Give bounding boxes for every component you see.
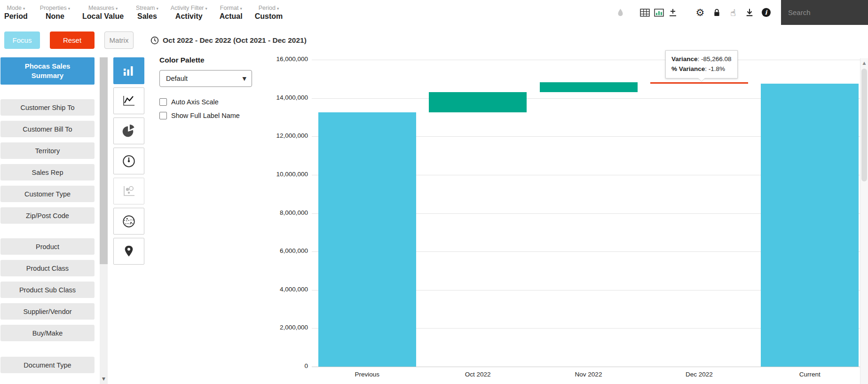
toolbar-menus: Mode▾PeriodProperties▾NoneMeasures▾Local… [4,0,289,25]
caret-down-icon: ▾ [116,6,118,11]
map-pin-icon [122,244,135,259]
y-tick-label: 8,000,000 [237,209,308,216]
sidebar-item-territory[interactable]: Territory [0,142,95,159]
full-label-checkbox[interactable] [159,112,167,119]
sidebar-item-customer-bill-to[interactable]: Customer Bill To [0,121,95,137]
info-icon[interactable]: i [760,7,772,18]
waterfall-bar-nov-2022[interactable] [540,82,638,93]
caret-down-icon: ▾ [240,6,242,11]
x-tick-label: Oct 2022 [431,371,525,378]
globe-icon [122,214,136,228]
sidebar-item-customer-type[interactable]: Customer Type [0,186,95,202]
download-icon[interactable] [744,7,755,18]
pointer-hand-icon[interactable]: ☝ [727,7,739,18]
page-scroll-up-button[interactable]: ▲ [860,58,868,68]
auto-axis-row: Auto Axis Scale [159,98,219,106]
gridline [312,367,868,367]
add-view-icon[interactable] [667,7,679,18]
menu-label: Properties▾ [40,5,70,11]
auto-axis-checkbox[interactable] [159,98,167,106]
color-palette-label: Color Palette [159,56,205,64]
menu-label: Stream▾ [136,5,158,11]
caret-down-icon: ▾ [277,6,279,11]
menu-value: Period [4,12,28,21]
sidebar-item-sales-rep[interactable]: Sales Rep [0,164,95,180]
caret-down-icon: ▾ [205,6,207,11]
search-input[interactable] [781,0,868,25]
lock-icon[interactable] [711,7,722,18]
reset-button[interactable]: Reset [50,31,95,49]
sidebar-item-buy-make[interactable]: Buy/Make [0,325,95,341]
gridline [312,60,868,60]
bar-chart-type-button[interactable] [113,57,144,84]
sidebar-item-product-class[interactable]: Product Class [0,260,95,276]
bubble-chart-icon [121,185,136,197]
caret-down-icon: ▾ [156,6,158,11]
y-tick-label: 10,000,000 [237,171,308,178]
bubble-chart-type-button[interactable] [113,178,144,204]
color-palette-select[interactable]: Default ▼ [159,70,252,87]
x-tick-label: Dec 2022 [652,371,746,378]
sidebar-item-product-sub-class[interactable]: Product Sub Class [0,282,95,298]
menu-value: None [46,12,64,21]
focus-button[interactable]: Focus [4,31,40,49]
matrix-button[interactable]: Matrix [104,31,134,49]
page-scrollbar-thumb[interactable] [861,69,867,181]
tooltip-pct-variance-line: % Variance: -1.8% [671,64,732,74]
menu-value: Activity [175,12,203,21]
toolbar-menu-properties[interactable]: Properties▾None [34,0,76,25]
sidebar-scrollbar[interactable]: ▼ [100,57,108,384]
sidebar-item-product[interactable]: Product [0,238,95,255]
menu-label: Mode▾ [7,5,25,11]
clock-icon [150,36,159,45]
line-chart-type-button[interactable] [113,87,144,114]
globe-chart-type-button[interactable] [113,208,144,235]
waterfall-bar-dec-2022[interactable] [650,82,748,84]
grid-view-icon[interactable] [639,7,650,18]
sidebar-title-line2: Summary [32,71,63,80]
toolbar-menu-mode[interactable]: Mode▾Period [4,0,34,25]
bar-chart-icon [121,64,136,77]
gear-icon[interactable]: ⚙ [694,7,706,18]
waterfall-bar-oct-2022[interactable] [429,92,527,112]
y-tick-label: 6,000,000 [237,247,308,254]
sidebar-item-supplier-vendor[interactable]: Supplier/Vendor [0,303,95,320]
color-palette-value: Default [166,75,188,82]
full-label-label: Show Full Label Name [171,112,240,119]
x-tick-label: Current [763,371,857,378]
toolbar-menu-period[interactable]: Period▾Custom [249,0,289,25]
sidebar-item-zip-post-code[interactable]: Zip/Post Code [0,207,95,224]
x-tick-label: Previous [320,371,414,378]
y-tick-label: 16,000,000 [237,55,308,63]
caret-down-icon: ▾ [68,6,70,11]
menu-value: Custom [255,12,283,21]
sidebar-scroll-down-button[interactable]: ▼ [100,374,108,384]
chart-view-icon[interactable] [653,7,664,18]
top-toolbar: Mode▾PeriodProperties▾NoneMeasures▾Local… [0,0,868,25]
sidebar-dimension-list: Customer Ship ToCustomer Bill ToTerritor… [0,99,95,373]
waterfall-bar-current[interactable] [761,84,859,367]
sidebar-item-document-type[interactable]: Document Type [0,357,95,373]
menu-label: Format▾ [220,5,242,11]
line-chart-icon [121,94,136,107]
toolbar-menu-measures[interactable]: Measures▾Local Value [76,0,130,25]
toolbar-menu-activity-filter[interactable]: Activity Filter▾Activity [165,0,213,25]
full-label-row: Show Full Label Name [159,111,240,119]
auto-axis-label: Auto Axis Scale [171,98,219,106]
menu-value: Actual [220,12,243,21]
gauge-chart-type-button[interactable] [113,148,144,174]
sidebar-database-title: Phocas Sales Summary [0,57,95,85]
sidebar-item-customer-ship-to[interactable]: Customer Ship To [0,99,95,116]
toolbar-menu-format[interactable]: Format▾Actual [213,0,249,25]
toolbar-menu-stream[interactable]: Stream▾Sales [130,0,165,25]
pie-chart-type-button[interactable] [113,118,144,144]
sidebar-scrollbar-thumb[interactable] [100,57,108,264]
page-scrollbar[interactable]: ▲ [860,58,868,384]
sidebar-title-line1: Phocas Sales [25,62,71,71]
paint-droplet-icon[interactable] [615,7,626,18]
map-chart-type-button[interactable] [113,238,144,265]
chart-tooltip: Variance: -85,266.08 % Variance: -1.8% [665,50,738,78]
y-tick-label: 4,000,000 [237,286,308,293]
menu-label: Period▾ [259,5,279,11]
waterfall-bar-previous[interactable] [318,112,416,367]
